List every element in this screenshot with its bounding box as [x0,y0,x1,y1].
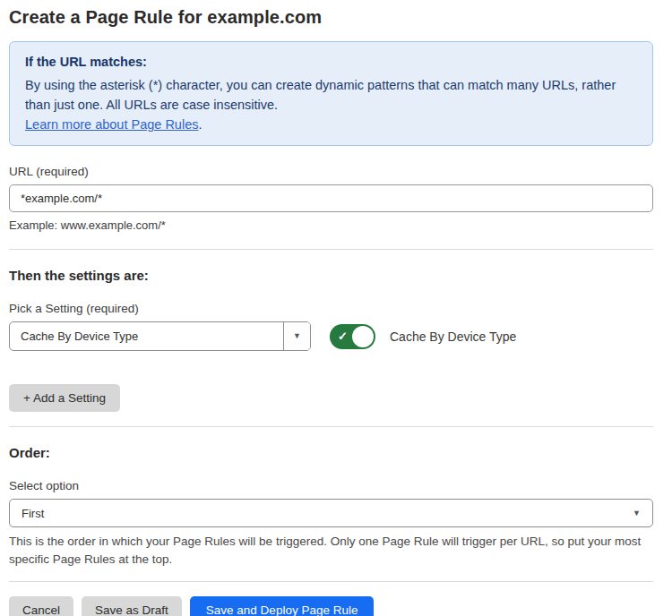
page-title: Create a Page Rule for example.com [9,7,653,28]
toggle-label: Cache By Device Type [390,329,516,344]
chevron-down-icon: ▼ [293,332,301,340]
cache-by-device-type-toggle[interactable]: ✓ [330,324,375,349]
setting-row: Cache By Device Type ▼ ✓ Cache By Device… [9,321,653,351]
url-match-info-box: If the URL matches: By using the asteris… [9,41,653,146]
setting-dropdown-value: Cache By Device Type [10,322,283,350]
link-suffix: . [198,117,202,132]
divider-url-settings [9,249,653,250]
url-field-hint: Example: www.example.com/* [9,218,653,232]
info-box-link-line: Learn more about Page Rules. [25,115,637,134]
setting-dropdown[interactable]: Cache By Device Type ▼ [9,321,311,351]
info-box-body: By using the asterisk (*) character, you… [25,75,637,115]
settings-section-heading: Then the settings are: [9,268,653,283]
url-field-label: URL (required) [9,165,653,178]
order-help-text: This is the order in which your Page Rul… [9,533,647,569]
learn-more-link[interactable]: Learn more about Page Rules [25,117,198,132]
select-option-label: Select option [9,479,653,492]
toggle-knob [352,326,374,347]
url-input[interactable] [9,184,653,212]
order-select-value: First [22,507,44,520]
divider-settings-order [9,426,653,427]
actions-row: Cancel Save as Draft Save and Deploy Pag… [9,596,653,616]
order-select[interactable]: First ▼ [9,499,653,527]
order-section-heading: Order: [9,445,653,460]
add-setting-button[interactable]: + Add a Setting [9,384,120,412]
divider-order-actions [9,581,653,582]
chevron-down-icon: ▼ [633,509,641,518]
cancel-button[interactable]: Cancel [9,596,73,616]
save-as-draft-button[interactable]: Save as Draft [82,596,182,616]
check-icon: ✓ [338,330,348,342]
pick-setting-label: Pick a Setting (required) [9,302,653,315]
setting-dropdown-arrow-button[interactable]: ▼ [283,322,310,350]
info-box-heading: If the URL matches: [25,52,637,72]
save-and-deploy-button[interactable]: Save and Deploy Page Rule [190,596,375,616]
